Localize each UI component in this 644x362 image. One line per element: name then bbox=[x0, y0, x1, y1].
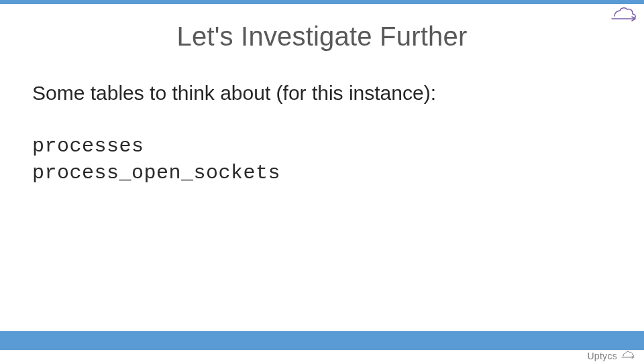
code-line: process_open_sockets bbox=[32, 160, 612, 187]
brand-name: Uptycs bbox=[587, 351, 617, 361]
code-list: processes process_open_sockets bbox=[32, 133, 612, 187]
brand-footer: Uptycs bbox=[587, 350, 635, 362]
brand-cloud-icon bbox=[620, 350, 635, 362]
intro-text: Some tables to think about (for this ins… bbox=[32, 80, 612, 106]
code-line: processes bbox=[32, 133, 612, 160]
bottom-accent-bar bbox=[0, 331, 644, 350]
slide-title: Let's Investigate Further bbox=[0, 21, 644, 52]
slide-body: Some tables to think about (for this ins… bbox=[32, 80, 612, 187]
top-accent-bar bbox=[0, 0, 644, 4]
